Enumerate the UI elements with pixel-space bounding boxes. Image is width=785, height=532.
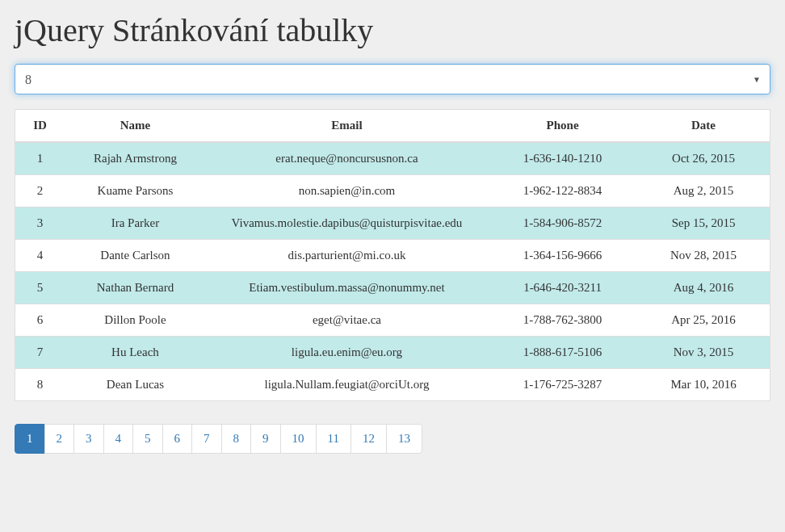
cell-date: Sep 15, 2015: [637, 207, 770, 240]
page-item: 7: [192, 424, 222, 454]
cell-date: Mar 10, 2016: [637, 369, 770, 401]
data-table: ID Name Email Phone Date 1Rajah Armstron…: [15, 109, 770, 401]
page-item: 5: [133, 424, 163, 454]
cell-email: ligula.eu.enim@eu.org: [206, 337, 488, 369]
col-date: Date: [637, 110, 770, 143]
col-id: ID: [15, 110, 65, 143]
table-row: 4Dante Carlsondis.parturient@mi.co.uk1-3…: [15, 240, 770, 272]
cell-name: Dante Carlson: [65, 240, 206, 272]
page-title: jQuery Stránkování tabulky: [15, 11, 770, 49]
cell-date: Nov 3, 2015: [637, 337, 770, 369]
cell-date: Aug 2, 2015: [637, 175, 770, 207]
cell-phone: 1-888-617-5106: [488, 337, 637, 369]
cell-email: erat.neque@noncursusnon.ca: [206, 142, 488, 175]
cell-email: Etiam.vestibulum.massa@nonummy.net: [206, 272, 488, 304]
cell-name: Rajah Armstrong: [65, 142, 206, 175]
cell-phone: 1-788-762-3800: [488, 304, 637, 337]
page-link-11[interactable]: 11: [316, 424, 351, 454]
page-item: 11: [317, 424, 351, 454]
cell-phone: 1-176-725-3287: [488, 369, 637, 401]
table-header-row: ID Name Email Phone Date: [15, 110, 770, 143]
table-row: 6Dillon Pooleeget@vitae.ca1-788-762-3800…: [15, 304, 770, 337]
cell-id: 1: [15, 142, 65, 175]
page-item: 10: [281, 424, 317, 454]
page-link-2[interactable]: 2: [44, 424, 75, 454]
page-link-1[interactable]: 1: [15, 424, 45, 454]
page-link-4[interactable]: 4: [103, 424, 134, 454]
cell-email: ligula.Nullam.feugiat@orciUt.org: [206, 369, 488, 401]
cell-id: 3: [15, 207, 65, 240]
cell-phone: 1-584-906-8572: [488, 207, 637, 240]
page-item: 13: [387, 424, 422, 454]
cell-email: non.sapien@in.com: [206, 175, 488, 207]
page-link-8[interactable]: 8: [221, 424, 252, 454]
cell-phone: 1-364-156-9666: [488, 240, 637, 272]
cell-date: Aug 4, 2016: [637, 272, 770, 304]
cell-name: Kuame Parsons: [65, 175, 206, 207]
col-phone: Phone: [488, 110, 637, 143]
cell-phone: 1-636-140-1210: [488, 142, 637, 175]
table-row: 2Kuame Parsonsnon.sapien@in.com1-962-122…: [15, 175, 770, 207]
cell-id: 4: [15, 240, 65, 272]
page-size-select-wrap: 8 ▼: [15, 64, 770, 94]
page-item: 4: [104, 424, 134, 454]
cell-id: 8: [15, 369, 65, 401]
page-link-3[interactable]: 3: [73, 424, 104, 454]
page-link-9[interactable]: 9: [250, 424, 281, 454]
page-item: 1: [15, 424, 45, 454]
page-item: 8: [222, 424, 252, 454]
page-item: 3: [74, 424, 104, 454]
page-item: 12: [351, 424, 387, 454]
table-row: 5Nathan BernardEtiam.vestibulum.massa@no…: [15, 272, 770, 304]
page-item: 2: [45, 424, 75, 454]
col-name: Name: [65, 110, 206, 143]
page-item: 9: [251, 424, 281, 454]
cell-phone: 1-962-122-8834: [488, 175, 637, 207]
cell-date: Apr 25, 2016: [637, 304, 770, 337]
cell-id: 2: [15, 175, 65, 207]
page-link-5[interactable]: 5: [132, 424, 163, 454]
page-size-select[interactable]: 8: [15, 64, 770, 94]
cell-date: Oct 26, 2015: [637, 142, 770, 175]
cell-name: Dean Lucas: [65, 369, 206, 401]
cell-email: dis.parturient@mi.co.uk: [206, 240, 488, 272]
cell-name: Dillon Poole: [65, 304, 206, 337]
page-link-13[interactable]: 13: [386, 424, 422, 454]
page-link-6[interactable]: 6: [162, 424, 193, 454]
page-item: 6: [163, 424, 193, 454]
table-row: 8Dean Lucasligula.Nullam.feugiat@orciUt.…: [15, 369, 770, 401]
table-row: 7Hu Leachligula.eu.enim@eu.org1-888-617-…: [15, 337, 770, 369]
cell-id: 5: [15, 272, 65, 304]
page-link-7[interactable]: 7: [191, 424, 222, 454]
page-link-12[interactable]: 12: [351, 424, 387, 454]
col-email: Email: [206, 110, 488, 143]
cell-id: 7: [15, 337, 65, 369]
cell-date: Nov 28, 2015: [637, 240, 770, 272]
cell-email: eget@vitae.ca: [206, 304, 488, 337]
table-row: 3Ira ParkerVivamus.molestie.dapibus@quis…: [15, 207, 770, 240]
pagination: 12345678910111213: [15, 424, 770, 454]
cell-id: 6: [15, 304, 65, 337]
page-link-10[interactable]: 10: [280, 424, 317, 454]
cell-email: Vivamus.molestie.dapibus@quisturpisvitae…: [206, 207, 488, 240]
cell-name: Nathan Bernard: [65, 272, 206, 304]
cell-name: Ira Parker: [65, 207, 206, 240]
cell-name: Hu Leach: [65, 337, 206, 369]
cell-phone: 1-646-420-3211: [488, 272, 637, 304]
table-row: 1Rajah Armstrongerat.neque@noncursusnon.…: [15, 142, 770, 175]
